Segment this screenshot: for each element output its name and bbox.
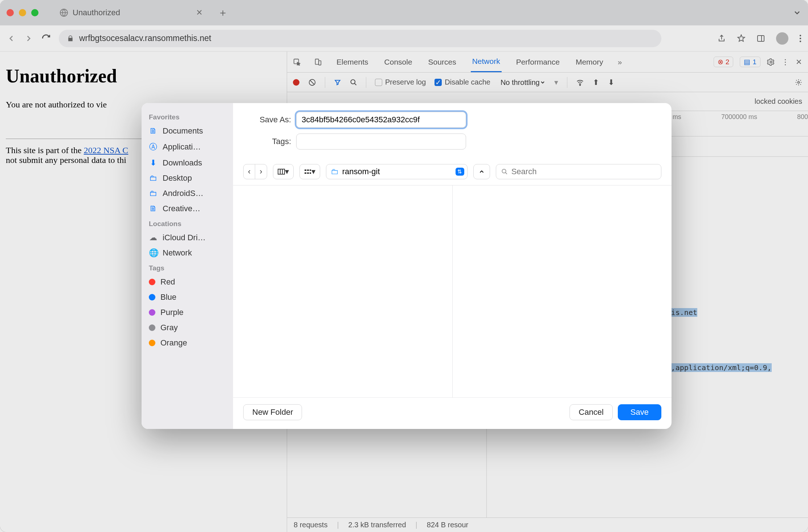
chevron-updown-icon: ⇅ (456, 168, 464, 176)
gear-icon[interactable] (767, 58, 775, 66)
svg-rect-7 (319, 61, 321, 65)
sidepanel-icon[interactable] (756, 34, 765, 43)
record-button[interactable] (293, 79, 299, 86)
network-settings-icon[interactable] (795, 79, 802, 86)
footer-text: This site is part of the (6, 146, 84, 155)
devtools-tab-sources[interactable]: Sources (427, 52, 458, 72)
sidebar-tag-red[interactable]: Red (142, 274, 233, 290)
sidebar-item-network[interactable]: 🌐Network (142, 245, 233, 261)
sidebar-item-desktop[interactable]: 🗀Desktop (142, 171, 233, 186)
close-tab-icon[interactable]: ✕ (196, 8, 203, 17)
back-folder-button[interactable]: ‹ (244, 164, 255, 179)
wifi-icon[interactable] (576, 78, 584, 86)
group-by-button[interactable]: ▾ (299, 164, 320, 179)
tag-dot-icon (149, 309, 155, 316)
devtools-tab-elements[interactable]: Elements (335, 52, 370, 72)
new-tab-button[interactable]: ＋ (218, 6, 228, 20)
search-icon (501, 168, 508, 175)
network-toolbar: Preserve log ✓Disable cache No throttlin… (287, 73, 808, 92)
sidebar-item-creative[interactable]: 🗎Creative… (142, 201, 233, 216)
tag-dot-icon (149, 279, 155, 285)
parent-folder-button[interactable] (473, 164, 490, 179)
folder-search-input[interactable] (511, 167, 656, 176)
forward-folder-button[interactable]: › (255, 164, 266, 179)
cloud-icon: ☁ (149, 233, 158, 242)
folder-search[interactable] (496, 164, 661, 179)
sidebar-tag-blue[interactable]: Blue (142, 290, 233, 305)
tags-input[interactable] (296, 134, 466, 150)
current-folder-select[interactable]: 🗀 ransom-git ⇅ (326, 164, 468, 179)
inspect-icon[interactable] (293, 58, 301, 66)
svg-rect-19 (310, 172, 311, 174)
cancel-button[interactable]: Cancel (570, 404, 612, 420)
save-button[interactable]: Save (618, 404, 661, 420)
devtools-tab-performance[interactable]: Performance (515, 52, 561, 72)
locations-label: Locations (142, 216, 233, 230)
network-icon: 🌐 (149, 248, 158, 258)
tags-label: Tags (142, 261, 233, 274)
file-browser-area[interactable] (233, 185, 672, 397)
forward-button[interactable] (24, 34, 33, 43)
tabs-overflow-icon[interactable] (793, 8, 801, 17)
sidebar-item-documents[interactable]: 🗎Documents (142, 123, 233, 139)
svg-rect-16 (310, 169, 311, 171)
devtools-tab-memory[interactable]: Memory (574, 52, 605, 72)
share-icon[interactable] (717, 34, 726, 43)
download-icon[interactable]: ⬇ (608, 78, 615, 87)
devtools-tabbar: Elements Console Sources Network Perform… (287, 52, 808, 73)
back-button[interactable] (7, 34, 16, 43)
error-count-badge[interactable]: ⊗ 2 (714, 57, 734, 67)
svg-rect-15 (307, 169, 309, 171)
upload-icon[interactable]: ⬆ (593, 78, 599, 87)
filter-icon[interactable] (334, 79, 341, 86)
profile-avatar[interactable] (776, 32, 788, 45)
reload-button[interactable] (41, 34, 51, 43)
sidebar-item-icloud[interactable]: ☁iCloud Dri… (142, 230, 233, 245)
save-as-input[interactable] (296, 112, 466, 128)
nav-back-forward: ‹ › (243, 164, 267, 179)
svg-point-11 (580, 84, 581, 85)
favorites-label: Favorites (142, 110, 233, 123)
kebab-menu-icon[interactable] (799, 34, 801, 43)
url-text: wrfbgtsocesalacv.ransommethis.net (79, 33, 211, 43)
throttling-select[interactable]: No throttling (499, 78, 546, 87)
preserve-log-checkbox[interactable]: Preserve log (375, 78, 426, 86)
close-window-icon[interactable] (7, 9, 14, 16)
sidebar-item-android[interactable]: 🗀AndroidS… (142, 186, 233, 201)
search-icon[interactable] (350, 79, 357, 86)
more-tabs-icon[interactable]: » (618, 58, 622, 66)
clear-icon[interactable] (308, 78, 316, 86)
status-resources: 824 B resour (427, 521, 469, 529)
devtools-tab-console[interactable]: Console (383, 52, 414, 72)
save-file-dialog: Favorites 🗎Documents ⒶApplicati… ⬇Downlo… (142, 103, 672, 429)
maximize-window-icon[interactable] (31, 9, 38, 16)
bookmark-icon[interactable] (737, 34, 746, 43)
sidebar-tag-orange[interactable]: Orange (142, 335, 233, 351)
url-bar[interactable]: wrfbgtsocesalacv.ransommethis.net (59, 30, 661, 47)
minimize-window-icon[interactable] (19, 9, 26, 16)
sidebar-tag-purple[interactable]: Purple (142, 305, 233, 320)
status-requests: 8 requests (294, 521, 327, 529)
svg-point-8 (770, 61, 772, 63)
svg-rect-14 (305, 169, 306, 171)
footer-link[interactable]: 2022 NSA C (84, 146, 128, 155)
globe-icon (60, 8, 68, 17)
info-count-badge[interactable]: ▤ 1 (740, 57, 760, 67)
save-dialog-sidebar: Favorites 🗎Documents ⒶApplicati… ⬇Downlo… (142, 103, 233, 429)
browser-tab[interactable]: Unauthorized ✕ (53, 4, 209, 21)
view-mode-columns[interactable]: ▾ (273, 164, 294, 179)
desktop-icon: 🗀 (149, 173, 158, 183)
svg-rect-6 (315, 59, 319, 64)
sidebar-item-downloads[interactable]: ⬇Downloads (142, 155, 233, 171)
tag-dot-icon (149, 294, 155, 300)
new-folder-button[interactable]: New Folder (243, 404, 302, 420)
disable-cache-checkbox[interactable]: ✓Disable cache (434, 78, 490, 86)
devtools-tab-network[interactable]: Network (471, 52, 502, 72)
tag-dot-icon (149, 340, 155, 346)
sidebar-item-applications[interactable]: ⒶApplicati… (142, 139, 233, 155)
device-toggle-icon[interactable] (314, 58, 322, 66)
devtools-kebab-icon[interactable]: ⋮ (782, 58, 789, 66)
close-devtools-icon[interactable]: ✕ (796, 58, 802, 66)
sidebar-tag-gray[interactable]: Gray (142, 320, 233, 335)
tag-dot-icon (149, 324, 155, 331)
